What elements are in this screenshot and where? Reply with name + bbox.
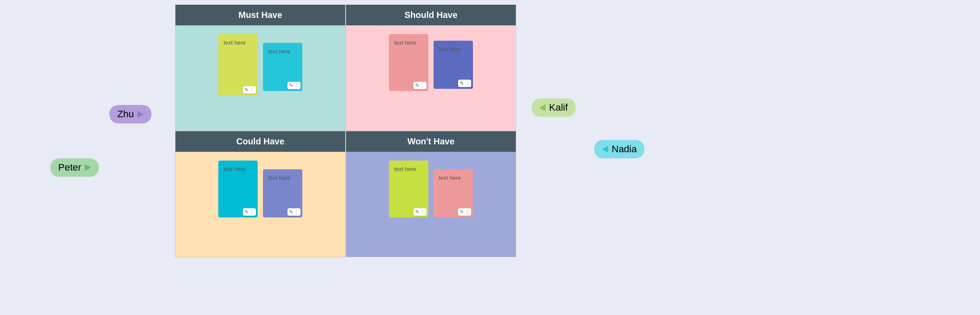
could-have-title: Could Have [236,136,284,146]
quadrant-should-have: Should Have text here ✎ ⋮ text here ✎ ⋮ [346,4,516,131]
card-sh-2-toolbar[interactable]: ✎ ⋮ [458,80,471,87]
peter-arrow-icon [85,164,91,171]
edit-icon[interactable]: ✎ [245,87,248,93]
edit-icon-3[interactable]: ✎ [415,83,419,88]
card-sh-2-text: text here [437,44,469,54]
card-wh-2-toolbar[interactable]: ✎ ⋮ [458,208,471,216]
user-nadia: Nadia [594,140,644,158]
quadrant-must-have: Must Have text here ✎ ⋮ text here ✎ ⋮ [175,4,346,131]
card-ch-1[interactable]: text here ✎ ⋮ [218,161,258,217]
quadrant-could-have: Could Have text here ✎ ⋮ text here ✎ ⋮ [175,131,346,257]
card-ch-2-text: text here [266,173,299,183]
card-mh-2-toolbar[interactable]: ✎ ⋮ [287,82,301,89]
edit-icon-7[interactable]: ✎ [415,209,419,215]
must-have-body: text here ✎ ⋮ text here ✎ ⋮ [175,25,345,130]
kalif-arrow-icon [539,104,546,111]
card-wh-2[interactable]: text here ✎ ⋮ [434,169,473,217]
nadia-arrow-icon [602,146,608,153]
user-peter: Peter [50,158,99,177]
should-have-title: Should Have [404,10,457,20]
card-ch-2[interactable]: text here ✎ ⋮ [263,169,302,217]
card-wh-2-text: text here [437,173,469,183]
user-peter-label: Peter [58,162,81,173]
main-grid: Must Have text here ✎ ⋮ text here ✎ ⋮ Sh… [175,4,516,257]
wont-have-body: text here ✎ ⋮ text here ✎ ⋮ [346,152,516,257]
card-mh-2-text: text here [266,46,299,56]
more-icon-4[interactable]: ⋮ [465,80,469,86]
should-have-body: text here ✎ ⋮ text here ✎ ⋮ [346,25,516,130]
card-mh-1[interactable]: text here ✎ ⋮ [218,34,258,95]
more-icon-7[interactable]: ⋮ [420,209,425,215]
card-mh-1-toolbar[interactable]: ✎ ⋮ [243,86,256,94]
zhu-arrow-icon [137,111,144,118]
should-have-header: Should Have [346,5,516,25]
could-have-header: Could Have [175,131,345,152]
card-wh-1-text: text here [392,164,425,174]
edit-icon-6[interactable]: ✎ [289,209,293,215]
card-mh-2[interactable]: text here ✎ ⋮ [263,43,302,91]
card-sh-1-toolbar[interactable]: ✎ ⋮ [413,82,427,89]
must-have-header: Must Have [175,5,345,25]
edit-icon-2[interactable]: ✎ [289,83,293,88]
edit-icon-5[interactable]: ✎ [245,209,248,215]
wont-have-header: Won't Have [346,131,516,152]
more-icon-5[interactable]: ⋮ [249,209,254,215]
card-sh-1[interactable]: text here ✎ ⋮ [389,34,428,91]
card-sh-1-text: text here [392,38,425,48]
user-zhu: Zhu [109,105,151,123]
must-have-title: Must Have [238,10,282,20]
user-kalif-label: Kalif [549,102,568,113]
more-icon[interactable]: ⋮ [249,87,254,93]
card-ch-1-text: text here [222,164,254,174]
card-wh-1-toolbar[interactable]: ✎ ⋮ [413,208,427,216]
user-nadia-label: Nadia [612,144,637,155]
wont-have-title: Won't Have [407,136,455,146]
user-kalif: Kalif [532,98,576,117]
card-wh-1[interactable]: text here ✎ ⋮ [389,161,428,217]
card-ch-1-toolbar[interactable]: ✎ ⋮ [243,208,256,216]
more-icon-3[interactable]: ⋮ [420,83,425,88]
more-icon-8[interactable]: ⋮ [465,209,469,215]
user-zhu-label: Zhu [117,108,134,120]
card-mh-1-text: text here [222,38,254,48]
card-sh-2[interactable]: text here ✎ ⋮ [434,41,473,89]
more-icon-6[interactable]: ⋮ [294,209,299,215]
edit-icon-4[interactable]: ✎ [460,80,464,86]
quadrant-wont-have: Won't Have text here ✎ ⋮ text here ✎ ⋮ [346,131,516,257]
could-have-body: text here ✎ ⋮ text here ✎ ⋮ [175,152,345,257]
edit-icon-8[interactable]: ✎ [460,209,464,215]
more-icon-2[interactable]: ⋮ [294,83,299,88]
card-ch-2-toolbar[interactable]: ✎ ⋮ [287,208,301,216]
